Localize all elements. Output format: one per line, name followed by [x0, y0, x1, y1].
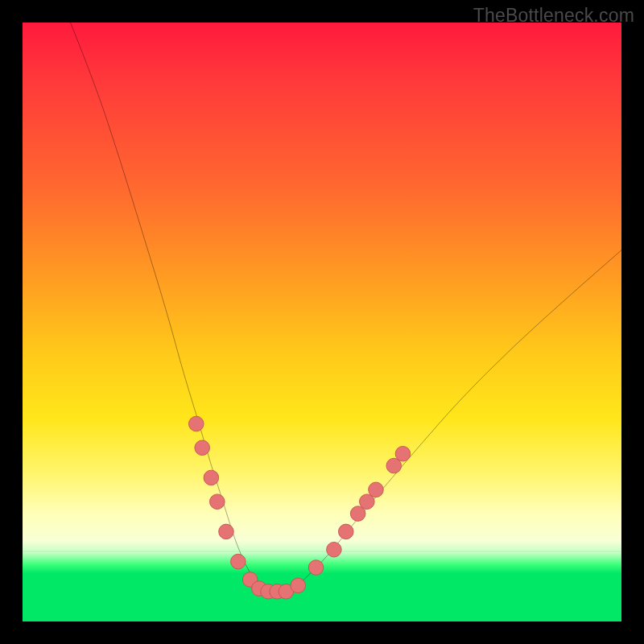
- curve-svg: [23, 23, 621, 621]
- highlight-dots: [188, 416, 410, 599]
- highlight-dot: [338, 524, 353, 539]
- highlight-dot: [219, 524, 234, 539]
- highlight-dot: [188, 416, 204, 431]
- chart-frame: TheBottleneck.com: [0, 0, 644, 644]
- highlight-dot: [395, 446, 411, 461]
- highlight-dot: [327, 542, 342, 557]
- highlight-dot: [195, 440, 210, 456]
- plot-area: [23, 23, 621, 621]
- highlight-dot: [204, 470, 219, 485]
- highlight-dot: [231, 554, 246, 569]
- watermark-text: TheBottleneck.com: [473, 5, 634, 27]
- highlight-dot: [308, 560, 324, 576]
- highlight-dot: [291, 578, 306, 593]
- bottleneck-curve: [71, 23, 621, 592]
- highlight-dot: [210, 494, 225, 510]
- highlight-dot: [369, 482, 384, 497]
